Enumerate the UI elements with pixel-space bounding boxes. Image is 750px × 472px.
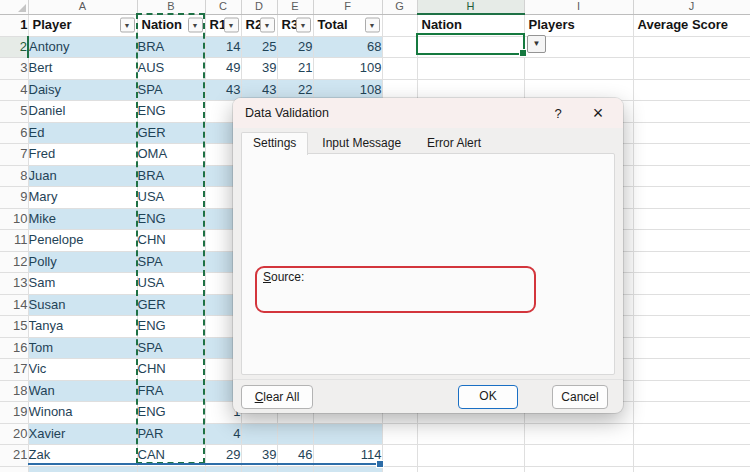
row-header-16[interactable]: 16 [0, 337, 28, 359]
selected-cell-H2[interactable] [416, 33, 525, 55]
cell-J9[interactable] [633, 187, 750, 209]
row-header-13[interactable]: 13 [0, 273, 28, 295]
cell-B14[interactable]: GER [137, 294, 205, 316]
help-button[interactable]: ? [543, 98, 573, 128]
select-all-corner[interactable] [0, 0, 28, 14]
cell-H21[interactable] [417, 445, 524, 467]
cell-F2[interactable]: 68 [313, 36, 382, 58]
cell-A8[interactable]: Juan [28, 165, 137, 187]
cell-I1[interactable]: Players [524, 14, 633, 36]
row-header-18[interactable]: 18 [0, 380, 28, 402]
row-header-8[interactable]: 8 [0, 165, 28, 187]
row-header-6[interactable]: 6 [0, 122, 28, 144]
column-header-E[interactable]: E [277, 0, 313, 14]
cell-D2[interactable]: 25 [241, 36, 277, 58]
cell-B7[interactable]: OMA [137, 144, 205, 166]
cell-A15[interactable]: Tanya [28, 316, 137, 338]
row-header-9[interactable]: 9 [0, 187, 28, 209]
cell-B1[interactable]: Nation ▼ [137, 14, 205, 36]
fill-handle[interactable] [519, 49, 527, 57]
cell-A10[interactable]: Mike [28, 208, 137, 230]
row-header-11[interactable]: 11 [0, 230, 28, 252]
row-header-14[interactable]: 14 [0, 294, 28, 316]
cancel-button[interactable]: Cancel [552, 385, 608, 409]
cell-E3[interactable]: 21 [277, 58, 313, 80]
cell-G20[interactable] [382, 423, 417, 445]
cell-G1[interactable] [382, 14, 417, 36]
row-header-22[interactable]: 22 [0, 466, 28, 472]
tab-settings[interactable]: Settings [241, 132, 308, 155]
row-header-19[interactable]: 19 [0, 402, 28, 424]
cell-J5[interactable] [633, 101, 750, 123]
filter-button-r1[interactable]: ▼ [224, 18, 239, 33]
cell-C1[interactable]: R1 ▼ [205, 14, 241, 36]
cell-A2[interactable]: Antony [28, 36, 137, 58]
row-header-10[interactable]: 10 [0, 208, 28, 230]
cell-E2[interactable]: 29 [277, 36, 313, 58]
cell-B10[interactable]: ENG [137, 208, 205, 230]
row-header-20[interactable]: 20 [0, 423, 28, 445]
cell-B16[interactable]: SPA [137, 337, 205, 359]
cell-B8[interactable]: BRA [137, 165, 205, 187]
cell-A9[interactable]: Mary [28, 187, 137, 209]
row-header-3[interactable]: 3 [0, 58, 28, 80]
cell-C2[interactable]: 14 [205, 36, 241, 58]
cell-B5[interactable]: ENG [137, 101, 205, 123]
cell-D22[interactable]: 30 [241, 466, 277, 472]
cell-A18[interactable]: Wan [28, 380, 137, 402]
cell-H20[interactable] [417, 423, 524, 445]
cell-J13[interactable] [633, 273, 750, 295]
cell-A14[interactable]: Susan [28, 294, 137, 316]
ok-button[interactable]: OK [458, 385, 518, 409]
cell-H3[interactable] [417, 58, 524, 80]
cell-B2[interactable]: BRA [137, 36, 205, 58]
cell-J7[interactable] [633, 144, 750, 166]
in-cell-dropdown-button[interactable]: ▼ [527, 35, 546, 53]
cell-B4[interactable]: SPA [137, 79, 205, 101]
row-header-15[interactable]: 15 [0, 316, 28, 338]
cell-B3[interactable]: AUS [137, 58, 205, 80]
cell-A22[interactable]: Ben [28, 466, 137, 472]
row-header-21[interactable]: 21 [0, 445, 28, 467]
cell-B19[interactable]: ENG [137, 402, 205, 424]
column-header-D[interactable]: D [241, 0, 277, 14]
row-header-12[interactable]: 12 [0, 251, 28, 273]
cell-G22[interactable] [382, 466, 417, 472]
cell-J22[interactable] [633, 466, 750, 472]
filter-button-total[interactable]: ▼ [365, 18, 380, 33]
cell-C3[interactable]: 49 [205, 58, 241, 80]
cell-A16[interactable]: Tom [28, 337, 137, 359]
column-header-C[interactable]: C [205, 0, 241, 14]
dialog-title-bar[interactable]: Data Validation ? × [233, 98, 623, 128]
cell-B9[interactable]: USA [137, 187, 205, 209]
cell-J1[interactable]: Average Score [633, 14, 750, 36]
cell-I22[interactable] [524, 466, 633, 472]
row-header-7[interactable]: 7 [0, 144, 28, 166]
cell-J11[interactable] [633, 230, 750, 252]
filter-button-player[interactable]: ▼ [120, 18, 135, 33]
cell-J16[interactable] [633, 337, 750, 359]
cell-A19[interactable]: Winona [28, 402, 137, 424]
row-header-17[interactable]: 17 [0, 359, 28, 381]
cell-A4[interactable]: Daisy [28, 79, 137, 101]
cell-F3[interactable]: 109 [313, 58, 382, 80]
cell-J10[interactable] [633, 208, 750, 230]
cell-G3[interactable] [382, 58, 417, 80]
close-button[interactable]: × [583, 98, 613, 128]
row-header-1[interactable]: 1 [0, 14, 28, 36]
column-header-G[interactable]: G [382, 0, 417, 14]
cell-B6[interactable]: GER [137, 122, 205, 144]
cell-A7[interactable]: Fred [28, 144, 137, 166]
cell-J12[interactable] [633, 251, 750, 273]
tab-error-alert[interactable]: Error Alert [415, 132, 493, 154]
column-header-I[interactable]: I [524, 0, 633, 14]
cell-F22[interactable]: 90 [313, 466, 382, 472]
column-header-B[interactable]: B [137, 0, 205, 14]
cell-G2[interactable] [382, 36, 417, 58]
cell-E20[interactable] [277, 423, 313, 445]
cell-J19[interactable] [633, 402, 750, 424]
cell-E22[interactable]: 45 [277, 466, 313, 472]
cell-A3[interactable]: Bert [28, 58, 137, 80]
cell-J21[interactable] [633, 445, 750, 467]
cell-B20[interactable]: PAR [137, 423, 205, 445]
